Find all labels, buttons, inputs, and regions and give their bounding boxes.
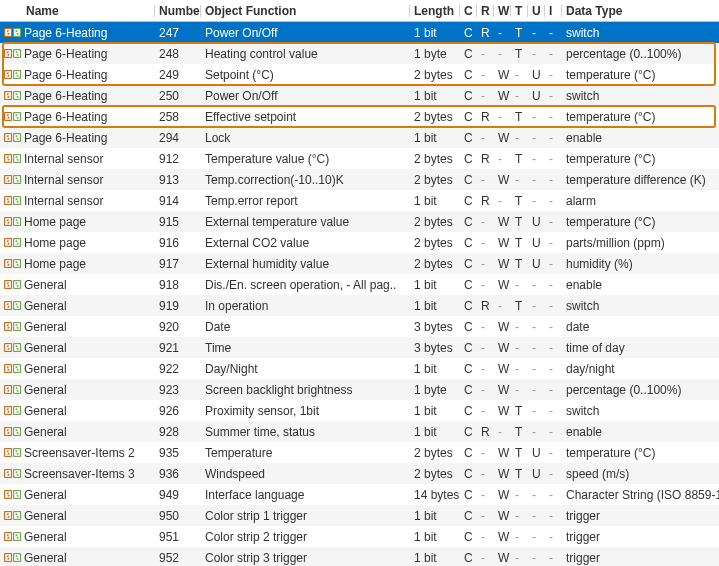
cell-name: General [0, 339, 155, 357]
flag-w: W [494, 549, 511, 567]
col-datatype[interactable]: Data Type [562, 2, 719, 20]
name-text: Home page [24, 215, 86, 229]
table-row[interactable]: Internal sensor913Temp.correction(-10..1… [0, 169, 719, 190]
flag-i: - [545, 66, 562, 84]
flag-r: R [477, 108, 494, 126]
table-row[interactable]: General952Color strip 3 trigger1 bitC-W-… [0, 547, 719, 566]
svg-rect-91 [14, 491, 20, 498]
flag-c: C [460, 213, 477, 231]
flag-u: U [528, 213, 545, 231]
flag-w: W [494, 213, 511, 231]
flag-t: T [511, 192, 528, 210]
table-row[interactable]: General926Proximity sensor, 1bit1 bitC-W… [0, 400, 719, 421]
cell-datatype: trigger [562, 549, 719, 567]
flag-c: C [460, 129, 477, 147]
svg-rect-63 [14, 344, 20, 351]
table-row[interactable]: Page 6-Heating250Power On/Off1 bitC-W-U-… [0, 85, 719, 106]
table-row[interactable]: Screensaver-Items 3936Windspeed2 bytesC-… [0, 463, 719, 484]
cell-function: Effective setpoint [201, 108, 410, 126]
cell-function: Color strip 3 trigger [201, 549, 410, 567]
table-row[interactable]: Home page915External temperature value2 … [0, 211, 719, 232]
flag-i: - [545, 192, 562, 210]
flag-u: - [528, 318, 545, 336]
col-length[interactable]: Length [410, 2, 460, 20]
flag-i: - [545, 87, 562, 105]
table-row[interactable]: Page 6-Heating249Setpoint (°C)2 bytesC-W… [0, 64, 719, 85]
flag-t: T [511, 444, 528, 462]
cell-datatype: time of day [562, 339, 719, 357]
svg-rect-47 [14, 260, 20, 267]
comm-object-icon [4, 110, 22, 124]
table-row[interactable]: General920Date3 bytesC-W---date [0, 316, 719, 337]
flag-w: - [494, 45, 511, 63]
cell-name: Page 6-Heating [0, 87, 155, 105]
table-row[interactable]: Page 6-Heating248Heating control value1 … [0, 43, 719, 64]
table-row[interactable]: Page 6-Heating294Lock1 bitC-W---enable [0, 127, 719, 148]
table-row[interactable]: Home page916External CO2 value2 bytesC-W… [0, 232, 719, 253]
cell-function: Power On/Off [201, 24, 410, 42]
flag-u: U [528, 444, 545, 462]
col-number[interactable]: Number▲ [155, 2, 201, 20]
flag-t: - [511, 549, 528, 567]
flag-r: - [477, 213, 494, 231]
cell-function: Lock [201, 129, 410, 147]
table-row[interactable]: General919In operation1 bitCR-T--switch [0, 295, 719, 316]
col-function[interactable]: Object Function [201, 2, 410, 20]
flag-w: W [494, 276, 511, 294]
cell-length: 2 bytes [410, 108, 460, 126]
flag-r: - [477, 381, 494, 399]
cell-length: 3 bytes [410, 339, 460, 357]
table-row[interactable]: General918Dis./En. screen operation, - A… [0, 274, 719, 295]
flag-c: C [460, 150, 477, 168]
cell-number: 918 [155, 276, 201, 294]
table-row[interactable]: General922Day/Night1 bitC-W---day/night [0, 358, 719, 379]
table-row[interactable]: General921Time3 bytesC-W---time of day [0, 337, 719, 358]
flag-w: W [494, 255, 511, 273]
flag-u: U [528, 465, 545, 483]
cell-number: 923 [155, 381, 201, 399]
svg-rect-99 [14, 533, 20, 540]
flag-c: C [460, 360, 477, 378]
cell-datatype: percentage (0..100%) [562, 381, 719, 399]
flag-c: C [460, 87, 477, 105]
flag-t: T [511, 402, 528, 420]
cell-number: 935 [155, 444, 201, 462]
table-row[interactable]: Screensaver-Items 2935Temperature2 bytes… [0, 442, 719, 463]
cell-datatype: temperature (°C) [562, 213, 719, 231]
table-row[interactable]: Internal sensor912Temperature value (°C)… [0, 148, 719, 169]
table-row[interactable]: General950Color strip 1 trigger1 bitC-W-… [0, 505, 719, 526]
col-c[interactable]: C [460, 2, 477, 20]
cell-datatype: enable [562, 129, 719, 147]
cell-name: General [0, 507, 155, 525]
flag-r: - [477, 486, 494, 504]
col-r[interactable]: R [477, 2, 494, 20]
cell-name: Screensaver-Items 3 [0, 465, 155, 483]
cell-function: Date [201, 318, 410, 336]
name-text: General [24, 341, 67, 355]
cell-number: 922 [155, 360, 201, 378]
cell-name: General [0, 381, 155, 399]
name-text: General [24, 530, 67, 544]
cell-datatype: alarm [562, 192, 719, 210]
col-name[interactable]: Name [0, 2, 155, 20]
table-row[interactable]: General923Screen backlight brightness1 b… [0, 379, 719, 400]
table-row[interactable]: Internal sensor914Temp.error report1 bit… [0, 190, 719, 211]
comm-object-icon [4, 131, 22, 145]
flag-i: - [545, 108, 562, 126]
table-row[interactable]: General951Color strip 2 trigger1 bitC-W-… [0, 526, 719, 547]
cell-function: Temp.correction(-10..10)K [201, 171, 410, 189]
table-row[interactable]: General949Interface language14 bytesC-W-… [0, 484, 719, 505]
cell-name: Home page [0, 234, 155, 252]
flag-t: T [511, 255, 528, 273]
col-i[interactable]: I [545, 2, 562, 20]
col-w[interactable]: W [494, 2, 511, 20]
flag-i: - [545, 150, 562, 168]
table-row[interactable]: Page 6-Heating247Power On/Off1 bitCR-T--… [0, 22, 719, 43]
name-text: General [24, 383, 67, 397]
table-row[interactable]: Home page917External humidity value2 byt… [0, 253, 719, 274]
col-t[interactable]: T [511, 2, 528, 20]
col-u[interactable]: U [528, 2, 545, 20]
flag-c: C [460, 318, 477, 336]
table-row[interactable]: Page 6-Heating258Effective setpoint2 byt… [0, 106, 719, 127]
table-row[interactable]: General928Summer time, status1 bitCR-T--… [0, 421, 719, 442]
